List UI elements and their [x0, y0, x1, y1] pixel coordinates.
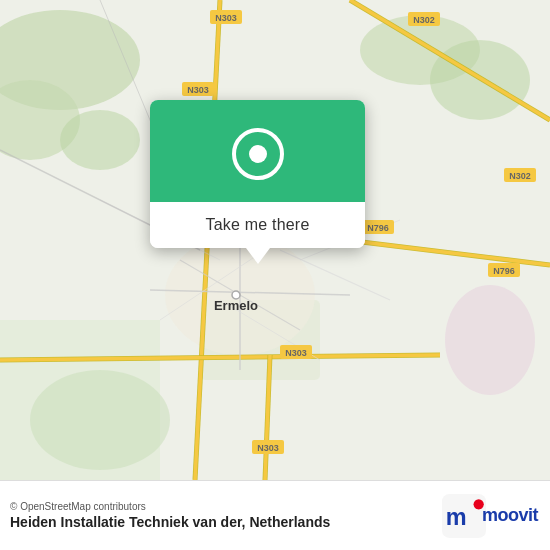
svg-text:N796: N796: [367, 223, 389, 233]
svg-text:N302: N302: [413, 15, 435, 25]
attribution-text: © OpenStreetMap contributors: [10, 501, 330, 512]
moovit-logo: m moovit: [442, 494, 538, 538]
footer-left: © OpenStreetMap contributors Heiden Inst…: [10, 501, 330, 530]
svg-text:N303: N303: [215, 13, 237, 23]
svg-text:N303: N303: [187, 85, 209, 95]
svg-text:Ermelo: Ermelo: [214, 298, 258, 313]
moovit-text: moovit: [482, 505, 538, 526]
svg-point-9: [30, 370, 170, 470]
location-title: Heiden Installatie Techniek van der, Net…: [10, 514, 330, 530]
footer: © OpenStreetMap contributors Heiden Inst…: [0, 480, 550, 550]
moovit-logo-svg: m: [442, 494, 486, 538]
svg-text:N303: N303: [257, 443, 279, 453]
take-me-there-button[interactable]: Take me there: [150, 202, 365, 248]
location-icon: [232, 128, 284, 180]
popup-card: Take me there: [150, 100, 365, 248]
svg-text:m: m: [446, 503, 467, 529]
popup-green-header: [150, 100, 365, 202]
popup-tail: [246, 248, 270, 264]
map-container: N303 N302 N303 N302 N796 N796 N303 N303 …: [0, 0, 550, 480]
svg-text:N796: N796: [493, 266, 515, 276]
svg-point-48: [232, 291, 240, 299]
svg-point-6: [445, 285, 535, 395]
location-dot: [249, 145, 267, 163]
svg-text:N302: N302: [509, 171, 531, 181]
svg-text:N303: N303: [285, 348, 307, 358]
svg-point-3: [60, 110, 140, 170]
